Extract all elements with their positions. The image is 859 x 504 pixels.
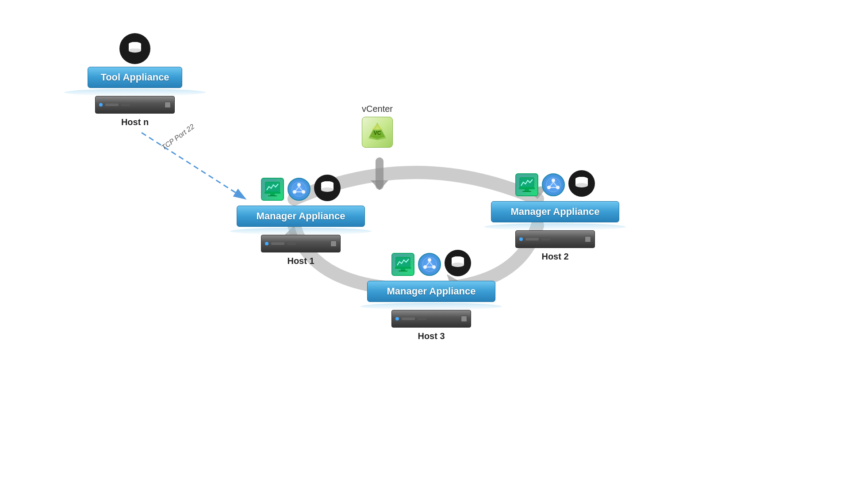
svg-marker-15: [372, 123, 383, 130]
cluster-icon-1: [288, 178, 311, 201]
svg-point-38: [552, 179, 555, 182]
svg-rect-50: [401, 269, 405, 271]
svg-point-61: [452, 263, 464, 267]
svg-line-41: [550, 182, 553, 187]
network-monitor-icon-2: [515, 173, 538, 196]
manager-3-db-icon: [445, 250, 471, 276]
manager-2-icons: [515, 170, 595, 199]
svg-text:VC: VC: [374, 130, 381, 136]
manager-1-icons: [261, 175, 341, 204]
manager-appliance-3-label: Manager Appliance: [367, 281, 495, 302]
svg-line-26: [295, 187, 299, 191]
cluster-icon-2: [542, 173, 565, 196]
manager-2-db-icon: [568, 170, 595, 197]
manager-1-host-label: Host 1: [287, 256, 314, 266]
svg-rect-21: [268, 195, 277, 196]
cluster-icon-3: [418, 253, 441, 276]
svg-point-31: [321, 187, 334, 192]
svg-marker-4: [371, 180, 388, 190]
svg-rect-51: [399, 271, 407, 271]
manager-2-host-label: Host 2: [541, 252, 568, 262]
tool-appliance-server: [95, 96, 175, 114]
svg-point-12: [129, 45, 141, 49]
manager-1-server: [261, 235, 341, 252]
svg-point-46: [575, 183, 588, 187]
svg-rect-49: [395, 267, 411, 269]
svg-point-23: [297, 183, 301, 187]
tool-appliance-group: Tool Appliance Host n: [64, 33, 206, 127]
svg-rect-34: [519, 187, 535, 189]
diagram-container: TCP Port 22 Tool Appliance Host n: [0, 0, 859, 504]
manager-appliance-3-group: Manager Appliance Host 3: [360, 250, 502, 341]
manager-2-server: [515, 230, 595, 248]
manager-appliance-1-label: Manager Appliance: [237, 206, 365, 227]
manager-3-icons: [391, 250, 471, 279]
svg-rect-19: [265, 192, 280, 194]
svg-point-62: [452, 256, 464, 261]
manager-appliance-2-group: Manager Appliance Host 2: [484, 170, 626, 262]
tool-appliance-label: Tool Appliance: [88, 67, 182, 88]
svg-point-32: [321, 181, 334, 186]
svg-point-53: [428, 258, 431, 262]
svg-line-42: [553, 182, 557, 187]
svg-line-57: [430, 262, 433, 266]
svg-line-27: [299, 187, 303, 191]
network-monitor-icon-3: [391, 253, 414, 276]
svg-rect-36: [522, 191, 531, 192]
svg-point-47: [575, 177, 588, 181]
svg-rect-20: [270, 194, 275, 195]
tool-appliance-host-label: Host n: [121, 117, 149, 127]
manager-appliance-2-label: Manager Appliance: [491, 201, 619, 222]
manager-3-server: [391, 310, 471, 328]
vcenter-group: vCenter VC: [362, 104, 393, 148]
network-monitor-icon-1: [261, 178, 284, 201]
vcenter-icon: VC: [362, 117, 393, 148]
manager-1-db-icon: [314, 175, 341, 201]
svg-line-56: [426, 262, 430, 266]
manager-3-host-label: Host 3: [418, 331, 445, 341]
manager-appliance-1-group: Manager Appliance Host 1: [230, 175, 372, 266]
tool-appliance-db-icon: [119, 33, 150, 64]
vcenter-label: vCenter: [362, 104, 393, 114]
svg-rect-35: [525, 189, 529, 191]
